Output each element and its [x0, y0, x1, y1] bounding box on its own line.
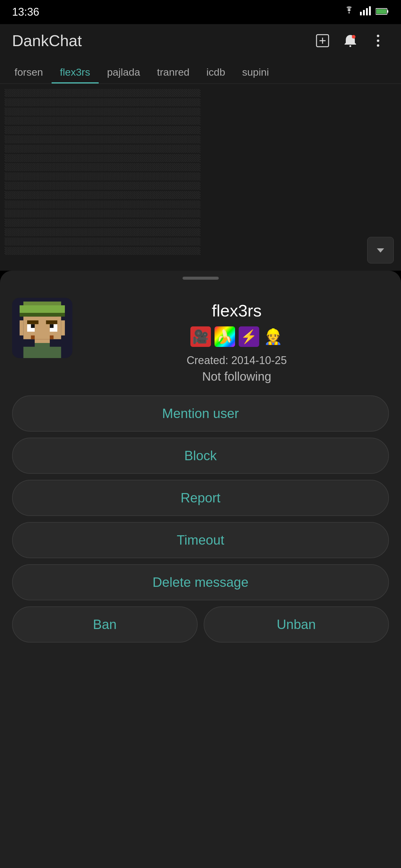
svg-rect-5 [387, 10, 388, 13]
svg-point-11 [352, 35, 355, 38]
svg-point-13 [377, 39, 379, 42]
wifi-icon [343, 6, 355, 18]
avatar-image [12, 298, 73, 358]
user-created-date: Created: 2014-10-25 [187, 354, 287, 367]
mention-user-button[interactable]: Mention user [12, 396, 389, 432]
user-badges: 🎥 🍌 ⚡ 👷 [191, 327, 283, 347]
action-buttons: Mention user Block Report Timeout Delete… [12, 396, 389, 643]
bell-button[interactable] [339, 30, 361, 52]
username: flex3rs [212, 301, 262, 320]
scroll-down-button[interactable] [367, 237, 394, 264]
svg-point-14 [377, 44, 379, 47]
lightning-badge: ⚡ [239, 327, 259, 347]
chat-area: ░░░░░░░░░░░░░░░░░░░░░░░░░░░░░░░░░░░░░░░░… [0, 84, 401, 271]
bottom-sheet: flex3rs 🎥 🍌 ⚡ 👷 Created: 2014 [0, 271, 401, 868]
block-button[interactable]: Block [12, 438, 389, 474]
svg-rect-31 [50, 336, 54, 339]
ban-unban-row: Ban Unban [12, 607, 389, 643]
user-following-status: Not following [202, 370, 271, 383]
status-bar: 13:36 [0, 0, 401, 24]
report-button[interactable]: Report [12, 480, 389, 516]
tab-flex3rs[interactable]: flex3rs [52, 66, 99, 84]
app-header: DankChat [0, 24, 401, 57]
svg-rect-2 [366, 8, 368, 16]
app-title: DankChat [12, 32, 306, 50]
svg-point-10 [349, 45, 351, 47]
svg-point-12 [377, 35, 379, 37]
user-info: flex3rs 🎥 🍌 ⚡ 👷 Created: 2014 [85, 298, 389, 383]
chat-messages: ░░░░░░░░░░░░░░░░░░░░░░░░░░░░░░░░░░░░░░░░… [5, 89, 396, 255]
svg-rect-27 [50, 324, 54, 328]
svg-rect-23 [61, 320, 65, 336]
user-profile: flex3rs 🎥 🍌 ⚡ 👷 Created: 2014 [12, 298, 389, 383]
tab-supini[interactable]: supini [233, 66, 277, 84]
svg-rect-17 [20, 305, 65, 313]
svg-rect-1 [363, 10, 365, 16]
svg-rect-33 [35, 339, 50, 343]
svg-rect-28 [27, 320, 39, 324]
battery-icon [376, 7, 389, 18]
svg-rect-36 [35, 343, 50, 347]
unban-button[interactable]: Unban [204, 607, 389, 643]
drag-handle[interactable] [182, 277, 219, 280]
svg-rect-29 [46, 320, 58, 324]
tab-pajlada[interactable]: pajlada [99, 66, 149, 84]
add-button[interactable] [312, 30, 334, 52]
timeout-button[interactable]: Timeout [12, 522, 389, 558]
banana-badge: 🍌 [214, 327, 235, 347]
signal-icon [360, 6, 371, 18]
tab-forsen[interactable]: forsen [6, 66, 52, 84]
status-time: 13:36 [12, 6, 39, 19]
hardhat-badge: 👷 [263, 327, 283, 347]
svg-rect-26 [31, 324, 35, 328]
tab-tranred[interactable]: tranred [148, 66, 198, 84]
video-badge: 🎥 [191, 327, 211, 347]
tabs-bar: forsen flex3rs pajlada tranred icdb supi… [0, 57, 401, 84]
more-options-button[interactable] [367, 30, 389, 52]
svg-rect-0 [360, 12, 362, 16]
svg-rect-20 [20, 313, 65, 317]
status-icons [343, 6, 389, 18]
svg-rect-3 [369, 6, 371, 16]
ban-button[interactable]: Ban [12, 607, 198, 643]
svg-rect-35 [24, 347, 61, 358]
tab-icdb[interactable]: icdb [198, 66, 233, 84]
svg-rect-22 [20, 320, 24, 336]
svg-rect-30 [31, 336, 35, 339]
user-avatar [12, 298, 73, 358]
svg-rect-6 [376, 9, 386, 14]
delete-message-button[interactable]: Delete message [12, 564, 389, 600]
